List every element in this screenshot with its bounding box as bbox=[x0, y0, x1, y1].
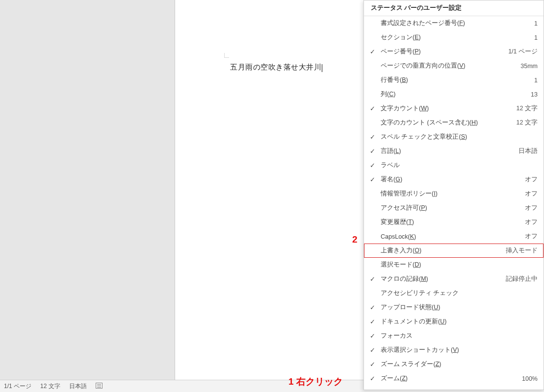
menu-item-label: ページ番号(P) bbox=[381, 48, 504, 56]
menu-item-value: 1 bbox=[534, 20, 538, 27]
macro-record-icon[interactable] bbox=[96, 383, 103, 390]
checkmark-icon: ✓ bbox=[364, 147, 381, 155]
menu-item-language[interactable]: ✓言語(L)日本語 bbox=[364, 144, 544, 158]
menu-item-value: 1/1 ページ bbox=[508, 48, 538, 56]
menu-item-label: 文字のカウント (スペース含む)(H) bbox=[381, 119, 513, 127]
menu-item-value: 35mm bbox=[520, 63, 538, 70]
menu-item-label: スペル チェックと文章校正(S) bbox=[381, 133, 534, 141]
menu-item-value: 挿入モード bbox=[506, 246, 538, 255]
menu-item-label: ズーム スライダー(Z) bbox=[381, 360, 534, 368]
menu-item-label: 情報管理ポリシー(I) bbox=[381, 190, 521, 198]
checkmark-icon: ✓ bbox=[364, 361, 381, 368]
menu-item-formatted-page[interactable]: 書式設定されたページ番号(F)1 bbox=[364, 16, 544, 30]
checkmark-icon: ✓ bbox=[364, 375, 381, 382]
menu-item-value: オフ bbox=[525, 218, 538, 226]
checkmark-icon: ✓ bbox=[364, 332, 381, 340]
navigation-pane bbox=[0, 0, 175, 380]
menu-item-value: 100% bbox=[522, 375, 538, 382]
menu-item-value: 12 文字 bbox=[517, 104, 538, 113]
menu-item-label: ズーム(Z) bbox=[381, 374, 518, 383]
context-menu-title: ステータス バーのユーザー設定 bbox=[364, 0, 544, 16]
menu-item-macro-record[interactable]: ✓マクロの記録(M)記録停止中 bbox=[364, 272, 544, 286]
menu-item-label: 書式設定されたページ番号(F) bbox=[381, 19, 530, 27]
menu-item-label: 文字カウント(W) bbox=[381, 104, 513, 113]
menu-item-value: オフ bbox=[525, 175, 538, 184]
status-page[interactable]: 1/1 ページ bbox=[4, 382, 31, 391]
menu-item-label: 表示選択ショートカット(V) bbox=[381, 346, 534, 354]
menu-item-value: 13 bbox=[531, 91, 538, 98]
menu-item-value: 日本語 bbox=[518, 147, 538, 155]
menu-item-label: 行番号(B) bbox=[381, 76, 530, 84]
document-body-text[interactable]: 五月雨の空吹き落せ大井川 bbox=[230, 63, 322, 72]
menu-item-label: フォーカス bbox=[381, 332, 534, 340]
checkmark-icon: ✓ bbox=[364, 176, 381, 183]
checkmark-icon: ✓ bbox=[364, 133, 381, 141]
menu-item-permissions[interactable]: アクセス許可(P)オフ bbox=[364, 201, 544, 215]
menu-item-value: オフ bbox=[525, 204, 538, 212]
menu-item-value: 1 bbox=[534, 34, 538, 41]
menu-item-value: 12 文字 bbox=[517, 119, 538, 127]
checkmark-icon: ✓ bbox=[364, 48, 381, 55]
checkmark-icon: ✓ bbox=[364, 162, 381, 169]
menu-item-label: ラベル bbox=[381, 161, 534, 170]
menu-item-char-count-sp[interactable]: 文字のカウント (スペース含む)(H)12 文字 bbox=[364, 116, 544, 130]
menu-item-info-policy[interactable]: 情報管理ポリシー(I)オフ bbox=[364, 187, 544, 201]
menu-item-word-count[interactable]: ✓文字カウント(W)12 文字 bbox=[364, 101, 544, 116]
menu-item-label: ドキュメントの更新(U) bbox=[381, 318, 534, 326]
menu-item-zoom-slider[interactable]: ✓ズーム スライダー(Z) bbox=[364, 357, 544, 371]
menu-item-label: 列(C) bbox=[381, 90, 527, 98]
menu-item-value: 1 bbox=[534, 77, 538, 84]
menu-item-label: セクション(E) bbox=[381, 33, 530, 42]
menu-item-vertical-pos[interactable]: ページでの垂直方向の位置(V)35mm bbox=[364, 59, 544, 73]
menu-item-label[interactable]: ✓ラベル bbox=[364, 158, 544, 172]
menu-item-line-number[interactable]: 行番号(B)1 bbox=[364, 73, 544, 87]
menu-item-selection-mode[interactable]: 選択モード(D) bbox=[364, 258, 544, 272]
menu-item-value: オフ bbox=[525, 190, 538, 198]
menu-item-label: 変更履歴(T) bbox=[381, 218, 521, 226]
menu-item-label: アップロード状態(U) bbox=[381, 303, 534, 312]
menu-item-view-shortcuts[interactable]: ✓表示選択ショートカット(V) bbox=[364, 343, 544, 357]
menu-item-label: 選択モード(D) bbox=[381, 261, 534, 269]
menu-item-track-changes[interactable]: 変更履歴(T)オフ bbox=[364, 215, 544, 229]
menu-item-doc-updates[interactable]: ✓ドキュメントの更新(U) bbox=[364, 315, 544, 329]
menu-item-signatures[interactable]: ✓署名(G)オフ bbox=[364, 172, 544, 187]
menu-item-focus[interactable]: ✓フォーカス bbox=[364, 329, 544, 343]
menu-item-overtype[interactable]: 上書き入力(O)挿入モード bbox=[364, 244, 544, 258]
menu-item-upload-status[interactable]: ✓アップロード状態(U) bbox=[364, 300, 544, 315]
menu-item-label: 言語(L) bbox=[381, 147, 515, 155]
menu-item-accessibility[interactable]: アクセシビリティ チェック bbox=[364, 286, 544, 300]
menu-item-label: ページでの垂直方向の位置(V) bbox=[381, 62, 517, 70]
menu-item-label: アクセス許可(P) bbox=[381, 204, 521, 212]
menu-item-spell-grammar[interactable]: ✓スペル チェックと文章校正(S) bbox=[364, 130, 544, 144]
checkmark-icon: ✓ bbox=[364, 275, 381, 283]
checkmark-icon: ✓ bbox=[364, 105, 381, 112]
menu-item-value: オフ bbox=[525, 232, 538, 241]
status-language[interactable]: 日本語 bbox=[69, 382, 87, 391]
statusbar-context-menu[interactable]: ステータス バーのユーザー設定 書式設定されたページ番号(F)1セクション(E)… bbox=[363, 0, 544, 390]
status-word-count[interactable]: 12 文字 bbox=[40, 382, 60, 391]
menu-item-section[interactable]: セクション(E)1 bbox=[364, 30, 544, 45]
menu-item-label: アクセシビリティ チェック bbox=[381, 289, 534, 297]
page-corner-mark bbox=[224, 53, 229, 58]
menu-item-label: 署名(G) bbox=[381, 175, 521, 184]
checkmark-icon: ✓ bbox=[364, 318, 381, 325]
menu-item-zoom[interactable]: ✓ズーム(Z)100% bbox=[364, 371, 544, 386]
menu-item-caps-lock[interactable]: CapsLock(K)オフ bbox=[364, 229, 544, 244]
menu-item-label: CapsLock(K) bbox=[381, 233, 521, 240]
menu-item-page-number[interactable]: ✓ページ番号(P)1/1 ページ bbox=[364, 45, 544, 59]
checkmark-icon: ✓ bbox=[364, 304, 381, 311]
menu-item-label: 上書き入力(O) bbox=[381, 246, 502, 255]
menu-item-label: マクロの記録(M) bbox=[381, 275, 502, 283]
menu-item-value: 記録停止中 bbox=[506, 275, 538, 283]
menu-item-column[interactable]: 列(C)13 bbox=[364, 87, 544, 101]
checkmark-icon: ✓ bbox=[364, 346, 381, 354]
